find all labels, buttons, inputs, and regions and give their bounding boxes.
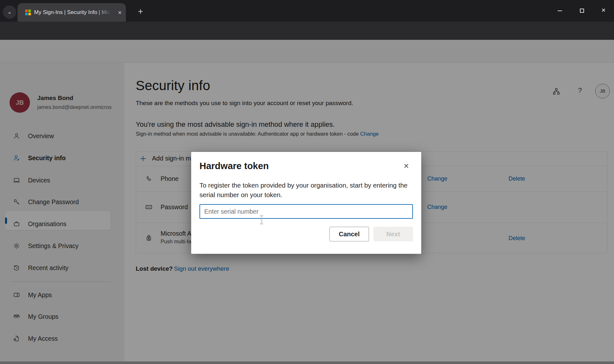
dialog-body-text: To register the token provided by your o… bbox=[199, 181, 415, 200]
browser-tab[interactable]: My Sign-Ins | Security Info | Mic ✕ bbox=[18, 3, 126, 22]
tab-title-fade bbox=[96, 7, 116, 18]
microsoft-favicon-icon bbox=[25, 10, 31, 15]
cancel-button[interactable]: Cancel bbox=[329, 227, 369, 241]
tab-close-icon[interactable]: ✕ bbox=[116, 9, 124, 17]
browser-tab-bar: ⌄ My Sign-Ins | Security Info | Mic ✕ + … bbox=[0, 0, 614, 22]
maximize-button[interactable] bbox=[577, 6, 587, 15]
screen: ⌄ My Sign-Ins | Security Info | Mic ✕ + … bbox=[0, 0, 614, 364]
dialog-close-icon[interactable]: ✕ bbox=[401, 161, 411, 171]
new-tab-icon[interactable]: + bbox=[136, 7, 145, 17]
serial-number-input[interactable] bbox=[199, 204, 413, 219]
tab-search-icon[interactable]: ⌄ bbox=[3, 5, 16, 19]
minimize-button[interactable] bbox=[555, 6, 565, 15]
text-cursor bbox=[259, 215, 264, 226]
dialog-title: Hardware token bbox=[199, 161, 269, 171]
browser-toolbar: mysignins.microsoft.com/security-info In… bbox=[0, 22, 614, 40]
hardware-token-dialog: Hardware token ✕ To register the token p… bbox=[191, 152, 421, 254]
next-button[interactable]: Next bbox=[373, 227, 413, 241]
window-close-icon[interactable]: ✕ bbox=[599, 6, 608, 15]
